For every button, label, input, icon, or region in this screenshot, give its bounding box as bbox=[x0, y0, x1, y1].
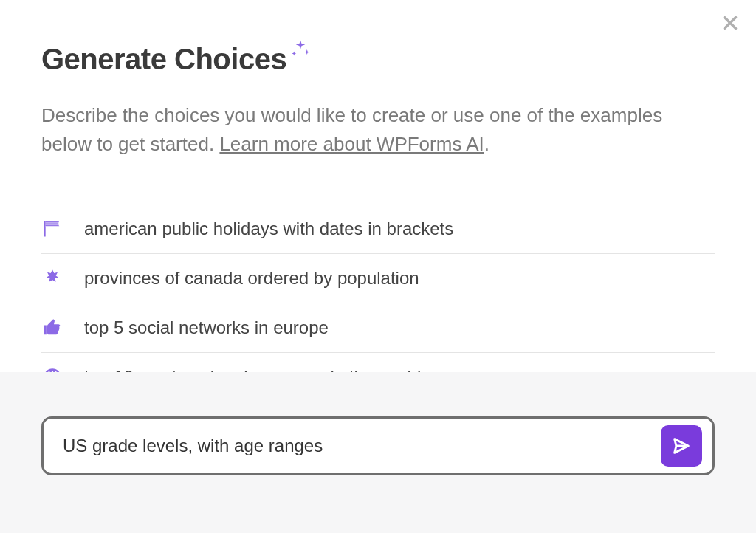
example-label: top 5 social networks in europe bbox=[84, 317, 329, 338]
send-button[interactable] bbox=[661, 425, 702, 467]
send-icon bbox=[671, 436, 692, 456]
leaf-icon bbox=[41, 267, 63, 289]
generate-choices-modal: Generate Choices Describe the choices yo… bbox=[0, 0, 756, 533]
modal-description: Describe the choices you would like to c… bbox=[41, 101, 713, 159]
example-label: provinces of canada ordered by populatio… bbox=[84, 268, 419, 289]
description-suffix: . bbox=[484, 133, 489, 155]
thumbsup-icon bbox=[41, 317, 63, 339]
learn-more-link[interactable]: Learn more about WPForms AI bbox=[219, 133, 484, 155]
svg-rect-2 bbox=[44, 221, 45, 237]
flag-icon bbox=[41, 218, 63, 240]
modal-title: Generate Choices bbox=[41, 43, 286, 76]
example-label: american public holidays with dates in b… bbox=[84, 219, 453, 239]
example-item-provinces[interactable]: provinces of canada ordered by populatio… bbox=[41, 254, 715, 303]
close-button[interactable] bbox=[721, 13, 740, 35]
input-area bbox=[0, 372, 756, 533]
example-item-holidays[interactable]: american public holidays with dates in b… bbox=[41, 204, 715, 254]
prompt-input-container bbox=[41, 416, 715, 475]
prompt-input[interactable] bbox=[63, 436, 661, 456]
sparkle-icon bbox=[289, 38, 312, 63]
title-row: Generate Choices bbox=[41, 43, 715, 76]
close-icon bbox=[721, 13, 740, 32]
example-item-social[interactable]: top 5 social networks in europe bbox=[41, 303, 715, 353]
modal-content: Generate Choices Describe the choices yo… bbox=[0, 0, 756, 402]
